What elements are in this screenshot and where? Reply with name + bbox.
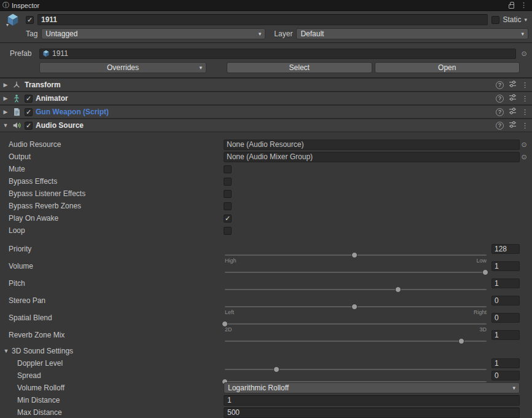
slider-thumb[interactable] [395,286,401,293]
foldout-arrow-icon[interactable]: ▼ [2,122,9,128]
foldout-arrow-icon[interactable]: ▶ [2,82,9,88]
volume-rolloff-dropdown[interactable]: Logarithmic Rolloff ▾ [224,382,520,393]
static-checkbox[interactable] [491,16,499,24]
component-header-gun-weapon-script[interactable]: ▶ Gun Weapon (Script) ? ⋮ [0,105,532,119]
gameobject-icon-button[interactable]: ▾ [4,13,22,26]
bypass-effects-checkbox[interactable] [224,178,232,186]
priority-value-field[interactable]: 128 [491,244,520,254]
property-row-bypass-reverb-zones: Bypass Reverb Zones [0,200,532,212]
overrides-dropdown[interactable]: Overrides ▾ [39,62,206,73]
bypass-reverb-zones-checkbox[interactable] [224,202,232,210]
slider-thumb[interactable] [482,269,488,275]
help-icon[interactable]: ? [496,95,504,103]
property-label: Audio Resource [9,140,224,149]
slider-track [225,341,487,342]
property-row-audio-resource: Audio Resource None (Audio Resource) ⊙ [0,138,532,151]
property-label: Output [9,152,224,161]
property-row-spatial-blend: Spatial Blend 2D 3D 0 [0,309,532,326]
active-checkbox[interactable] [26,16,34,24]
help-icon[interactable]: ? [496,108,504,116]
property-row-min-distance: Min Distance [0,394,532,406]
spatial-blend-value-field[interactable]: 0 [491,313,520,323]
chevron-down-icon: ▾ [255,31,262,37]
spread-value-field[interactable]: 0 [491,371,520,381]
open-button[interactable]: Open [375,62,520,73]
loop-checkbox[interactable] [224,227,232,235]
max-distance-input[interactable] [224,408,520,418]
volume-value-field[interactable]: 1 [491,261,520,271]
lock-icon[interactable] [509,4,514,9]
static-label: Static [503,15,521,24]
presets-icon[interactable] [509,108,517,116]
property-row-reverb-zone-mix: Reverb Zone Mix 1 [0,326,532,344]
doppler-level-value-field[interactable]: 1 [491,358,520,368]
property-row-max-distance: Max Distance [0,406,532,418]
component-enabled-checkbox[interactable] [25,95,33,103]
inspector-titlebar: ⓘ Inspector ⋮ [0,0,532,11]
kebab-menu-icon[interactable]: ⋮ [522,82,528,89]
kebab-menu-icon[interactable]: ⋮ [522,122,528,129]
property-label: Spatial Blend [9,314,224,322]
tab-title: Inspector [12,2,39,9]
help-icon[interactable]: ? [496,81,504,89]
presets-icon[interactable] [509,94,517,103]
foldout-arrow-icon[interactable]: ▶ [2,109,9,115]
presets-icon[interactable] [509,81,517,89]
property-label: Bypass Listener Effects [9,189,224,198]
property-row-volume-rolloff: Volume Rolloff Logarithmic Rolloff ▾ [0,382,532,394]
name-input[interactable] [37,14,488,25]
help-icon[interactable]: ? [496,122,504,130]
prefab-object-field[interactable]: 1911 [39,49,516,59]
object-picker-icon[interactable]: ⊙ [520,153,528,161]
object-picker-icon[interactable]: ⊙ [520,50,528,58]
prefab-section: Prefab 1911 ⊙ Overrides ▾ Select Open [0,43,532,78]
property-row-doppler-level: Doppler Level 1 [0,357,532,369]
component-enabled-checkbox[interactable] [25,122,33,130]
mute-checkbox[interactable] [224,165,232,173]
kebab-menu-icon[interactable]: ⋮ [520,2,527,9]
static-dropdown-arrow[interactable]: ▾ [524,17,527,23]
pitch-value-field[interactable]: 1 [491,278,520,288]
script-icon [12,107,22,117]
component-title: Animator [36,94,68,103]
property-label: Pitch [9,279,224,288]
slider-thumb[interactable] [351,252,358,258]
tag-dropdown[interactable]: Untagged ▾ [41,28,265,39]
audio-resource-field[interactable]: None (Audio Resource) [224,140,520,150]
slider-thumb[interactable] [458,338,464,344]
property-label: Loop [9,226,224,235]
component-header-audio-source[interactable]: ▼ Audio Source ? ⋮ [0,119,532,132]
output-field[interactable]: None (Audio Mixer Group) [224,152,520,162]
audio-source-body: Audio Resource None (Audio Resource) ⊙ O… [0,132,532,418]
property-row-mute: Mute [0,163,532,175]
property-row-bypass-listener-effects: Bypass Listener Effects [0,187,532,200]
component-enabled-checkbox[interactable] [25,108,33,116]
slider-track [225,272,487,273]
min-distance-input[interactable] [224,395,520,406]
foldout-arrow-icon[interactable]: ▶ [2,95,9,101]
stereo-pan-value-field[interactable]: 0 [491,296,520,306]
select-button[interactable]: Select [227,62,372,73]
tab-inspector[interactable]: ⓘ Inspector [2,1,39,10]
slider-thumb[interactable] [351,304,358,310]
play-on-awake-checkbox[interactable] [224,215,232,223]
layer-dropdown[interactable]: Default ▾ [296,28,528,39]
component-header-transform[interactable]: ▶ Transform ? ⋮ [0,78,532,92]
component-title: Audio Source [36,121,84,130]
foldout-3d-sound-settings[interactable]: ▼ 3D Sound Settings [0,345,532,357]
slider-thumb[interactable] [273,366,280,373]
component-header-animator[interactable]: ▶ Animator ? ⋮ [0,92,532,105]
reverb-zone-mix-value-field[interactable]: 1 [491,330,520,340]
property-label: Reverb Zone Mix [9,331,224,339]
prefab-cube-icon [42,50,50,57]
property-label: Max Distance [9,408,224,417]
slider-min-label: Left [225,309,234,315]
object-picker-icon[interactable]: ⊙ [520,141,528,149]
gameobject-header: ▾ Static ▾ Tag Untagged ▾ Layer Default … [0,11,532,43]
bypass-listener-effects-checkbox[interactable] [224,190,232,198]
property-row-bypass-effects: Bypass Effects [0,175,532,187]
volume-rolloff-value: Logarithmic Rolloff [228,384,289,392]
kebab-menu-icon[interactable]: ⋮ [522,95,528,102]
presets-icon[interactable] [509,121,517,130]
kebab-menu-icon[interactable]: ⋮ [522,109,528,116]
